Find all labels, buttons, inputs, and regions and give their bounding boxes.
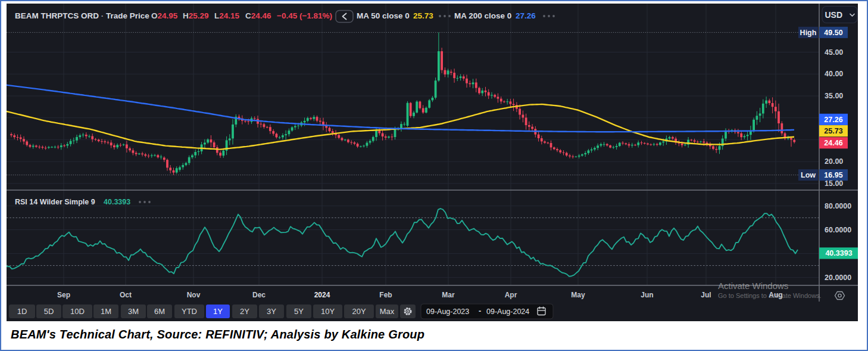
svg-text:20.0000: 20.0000 — [825, 274, 851, 282]
svg-text:09-Aug-2023: 09-Aug-2023 — [426, 307, 469, 316]
svg-text:Feb: Feb — [379, 291, 392, 299]
svg-text:Max: Max — [380, 307, 395, 316]
svg-text:Jul: Jul — [701, 291, 711, 299]
svg-text:May: May — [571, 291, 585, 299]
svg-text:1D: 1D — [17, 307, 27, 316]
svg-text:40.3393: 40.3393 — [104, 198, 130, 206]
svg-text:High: High — [800, 29, 817, 37]
svg-text:15.00: 15.00 — [825, 179, 843, 188]
svg-text:24.46: 24.46 — [824, 139, 842, 147]
svg-text:20Y: 20Y — [352, 307, 366, 316]
svg-text:20.00: 20.00 — [825, 157, 843, 166]
svg-text:40.3393: 40.3393 — [825, 249, 852, 257]
svg-text:25.73: 25.73 — [413, 11, 433, 20]
svg-text:Mar: Mar — [442, 291, 455, 299]
svg-text:2Y: 2Y — [240, 307, 249, 316]
svg-text:35.00: 35.00 — [825, 92, 843, 100]
svg-text:MA 200 close 0: MA 200 close 0 — [454, 11, 511, 20]
svg-text:2024: 2024 — [314, 291, 330, 299]
svg-text:MA 50 close 0: MA 50 close 0 — [357, 11, 410, 20]
svg-text:27.26: 27.26 — [516, 11, 536, 20]
svg-text:USD: USD — [825, 10, 843, 20]
svg-text:Activate Windows: Activate Windows — [718, 281, 788, 291]
svg-text:80.0000: 80.0000 — [825, 202, 851, 210]
svg-text:O24.95: O24.95 — [151, 11, 178, 20]
svg-text:Apr: Apr — [505, 291, 517, 299]
svg-text:3Y: 3Y — [267, 307, 276, 316]
svg-text:49.50: 49.50 — [824, 29, 842, 37]
svg-text:Aug: Aug — [769, 291, 782, 299]
svg-text:10D: 10D — [70, 307, 85, 316]
svg-text:16.95: 16.95 — [824, 171, 842, 179]
svg-text:RSI 14 Wilder Simple 9: RSI 14 Wilder Simple 9 — [15, 198, 95, 206]
svg-text:Low: Low — [801, 171, 816, 179]
svg-text:YTD: YTD — [182, 307, 197, 316]
svg-text:C24.46: C24.46 — [245, 11, 271, 20]
svg-text:Jun: Jun — [641, 291, 653, 299]
svg-text:L24.15: L24.15 — [214, 11, 240, 20]
svg-text:5Y: 5Y — [294, 307, 304, 316]
svg-text:1Y: 1Y — [213, 307, 223, 316]
svg-text:Oct: Oct — [120, 291, 132, 299]
svg-text:Dec: Dec — [252, 291, 266, 299]
svg-text:09-Aug-2024: 09-Aug-2024 — [486, 307, 529, 316]
svg-text:6M: 6M — [154, 307, 165, 316]
svg-text:45.00: 45.00 — [825, 48, 843, 57]
svg-text:40.00: 40.00 — [825, 70, 843, 78]
svg-text:25.73: 25.73 — [824, 127, 842, 135]
svg-text:Nov: Nov — [187, 291, 201, 299]
svg-text:60.0000: 60.0000 — [825, 226, 851, 234]
svg-text:-: - — [479, 307, 481, 315]
svg-text:Sep: Sep — [57, 291, 70, 299]
svg-text:BEAM THRPTCS ORD · Trade Price: BEAM THRPTCS ORD · Trade Price — [15, 11, 149, 20]
svg-text:H25.29: H25.29 — [183, 11, 209, 20]
svg-text:27.26: 27.26 — [824, 116, 842, 124]
svg-text:10Y: 10Y — [321, 307, 335, 316]
svg-text:5D: 5D — [44, 307, 54, 316]
svg-text:−0.45 (−1.81%): −0.45 (−1.81%) — [277, 11, 332, 20]
svg-text:3M: 3M — [128, 307, 139, 316]
svg-text:1M: 1M — [101, 307, 111, 316]
